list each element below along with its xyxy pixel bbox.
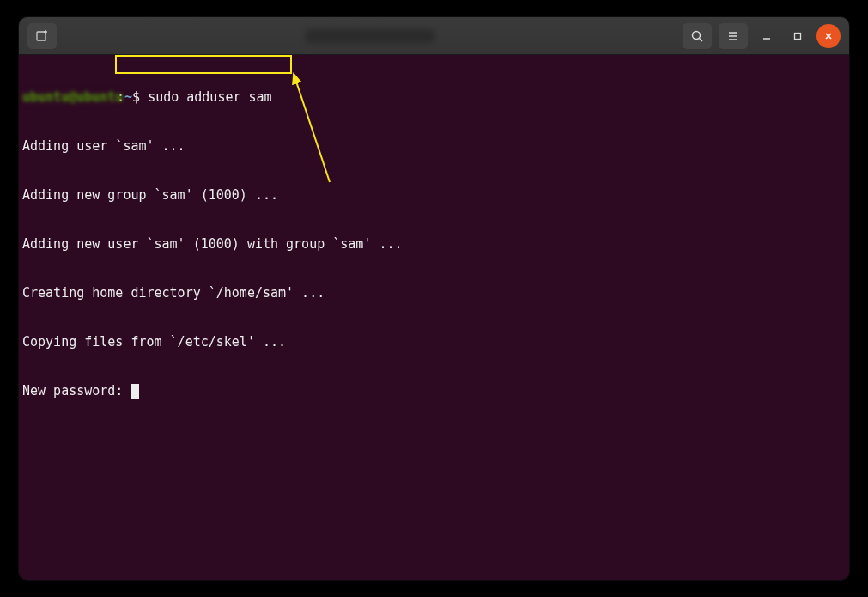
window-title — [306, 29, 434, 43]
terminal-cursor — [131, 384, 139, 399]
search-icon — [690, 29, 704, 43]
prompt-line: ubuntu@ubuntu:~$ sudo adduser sam — [22, 89, 846, 106]
terminal-window: ubuntu@ubuntu:~$ sudo adduser sam Adding… — [19, 17, 849, 580]
new-tab-icon — [35, 29, 49, 43]
svg-point-3 — [693, 31, 701, 39]
prompt-path: ~ — [124, 89, 132, 105]
menu-button[interactable] — [719, 23, 748, 49]
prompt-host: ubuntu@ubuntu — [22, 89, 117, 106]
password-prompt-line: New password: — [22, 383, 846, 399]
output-line: Adding user `sam' ... — [22, 138, 846, 155]
output-line: Adding new user `sam' (1000) with group … — [22, 236, 846, 253]
window-titlebar — [19, 17, 849, 55]
maximize-button[interactable] — [786, 24, 810, 48]
maximize-icon — [792, 31, 803, 41]
annotation-highlight — [115, 55, 292, 74]
command-text: sudo adduser sam — [148, 89, 272, 105]
svg-line-4 — [700, 38, 703, 41]
prompt-symbol: $ — [132, 89, 140, 105]
terminal-body[interactable]: ubuntu@ubuntu:~$ sudo adduser sam Adding… — [19, 55, 849, 580]
minimize-icon — [762, 31, 772, 41]
svg-rect-0 — [37, 32, 46, 40]
close-icon — [823, 31, 834, 41]
output-line: Creating home directory `/home/sam' ... — [22, 285, 846, 302]
password-prompt-text: New password: — [22, 383, 131, 399]
output-line: Adding new group `sam' (1000) ... — [22, 187, 846, 204]
new-tab-button[interactable] — [27, 23, 57, 49]
output-line: Copying files from `/etc/skel' ... — [22, 334, 846, 350]
search-button[interactable] — [683, 23, 712, 49]
close-button[interactable] — [816, 24, 841, 48]
minimize-button[interactable] — [755, 24, 779, 48]
svg-rect-9 — [795, 33, 801, 39]
hamburger-icon — [726, 29, 740, 43]
